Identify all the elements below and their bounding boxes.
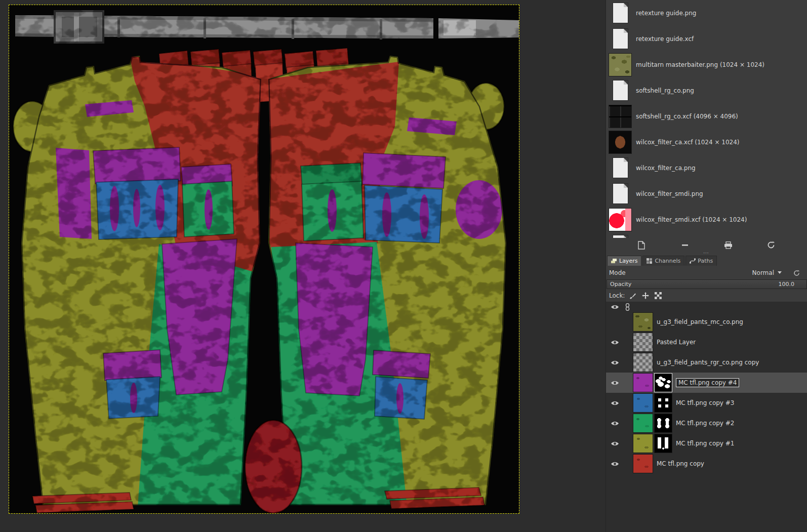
layer-thumbnail[interactable]: [633, 353, 653, 372]
eye-icon: [611, 360, 619, 365]
file-row[interactable]: wilcox_filter_smdi.png: [606, 181, 807, 207]
visibility-toggle[interactable]: [608, 461, 621, 467]
layer-name[interactable]: MC tfl.png copy #2: [676, 420, 734, 427]
visibility-toggle[interactable]: [608, 421, 621, 426]
layer-thumbnail[interactable]: [633, 414, 653, 432]
brown-thumbnail: [609, 131, 631, 153]
gimp-window: retexture guide.png retexture guide.xcf …: [0, 0, 807, 532]
crotch-gusset: [245, 420, 302, 513]
layer-name-edit[interactable]: MC tfl.png copy #4: [676, 378, 739, 387]
layer-row[interactable]: MC tfl.png copy #2: [606, 413, 807, 433]
eye-icon: [611, 400, 619, 406]
visibility-toggle[interactable]: [608, 380, 621, 386]
layer-row[interactable]: u_g3_field_pants_mc_co.png: [606, 312, 807, 332]
texture-image[interactable]: [9, 5, 519, 513]
opacity-value: 100.0: [779, 281, 804, 288]
file-row[interactable]: softshell_rg_co.xcf (4096 × 4096): [606, 103, 807, 129]
tab-layers[interactable]: Layers: [607, 256, 641, 266]
file-name: softshell_rg_co.png: [636, 87, 694, 94]
eye-icon: [611, 380, 619, 386]
file-row[interactable]: retexture guide.png: [606, 0, 807, 26]
layer-thumbnail[interactable]: [633, 434, 653, 453]
layer-row-selected[interactable]: MC tfl.png copy #4: [606, 373, 807, 393]
left-leg: [9, 51, 267, 511]
print-button[interactable]: [719, 239, 737, 251]
file-row-partial[interactable]: [606, 232, 807, 238]
tab-channels[interactable]: Channels: [642, 256, 684, 266]
mode-dropdown[interactable]: Normal: [750, 269, 784, 277]
layer-name[interactable]: Pasted Layer: [657, 339, 696, 346]
layer-name[interactable]: MC tfl.png copy #3: [676, 399, 734, 406]
refresh-preview-button[interactable]: [762, 239, 780, 251]
lock-row: Lock:: [606, 290, 666, 301]
layer-thumbnail[interactable]: [633, 455, 653, 473]
visibility-toggle[interactable]: [608, 304, 621, 310]
canvas-area[interactable]: [0, 0, 606, 532]
layer-row[interactable]: u_g3_field_pants_rgr_co.png copy: [606, 352, 807, 373]
opacity-label: Opacity: [610, 281, 631, 288]
file-name: wilcox_filter_ca.png: [636, 165, 696, 172]
file-row[interactable]: wilcox_filter_ca.png: [606, 155, 807, 181]
open-document-icon: [638, 241, 645, 250]
open-document-button[interactable]: [633, 239, 651, 251]
layer-name[interactable]: MC tfl.png copy #1: [676, 440, 734, 447]
file-name: wilcox_filter_ca.xcf (1024 × 1024): [636, 139, 740, 146]
mode-switch-icon: [793, 270, 800, 276]
layer-thumbnail[interactable]: [633, 313, 653, 331]
remove-entry-button[interactable]: [676, 239, 694, 251]
print-icon: [724, 241, 733, 249]
lock-pixels-button[interactable]: [628, 291, 637, 300]
layer-name[interactable]: u_g3_field_pants_rgr_co.png copy: [657, 359, 759, 366]
eye-icon: [611, 461, 619, 467]
pants-texture-svg: [9, 5, 519, 513]
file-name: multitarn masterbaiter.png (1024 × 1024): [636, 61, 764, 68]
link-toggle[interactable]: [621, 303, 633, 311]
visibility-toggle[interactable]: [608, 400, 621, 406]
page-icon: [613, 184, 628, 203]
layer-thumbnail[interactable]: [633, 333, 653, 351]
layer-row[interactable]: Pasted Layer: [606, 332, 807, 352]
chevron-down-icon: [778, 271, 782, 274]
visibility-toggle[interactable]: [608, 340, 621, 345]
tab-label: Paths: [698, 258, 713, 264]
layer-thumbnail[interactable]: [633, 374, 653, 392]
channels-icon: [647, 258, 653, 264]
layer-thumbnail[interactable]: [633, 394, 653, 412]
layer-row-partial[interactable]: [606, 302, 807, 312]
layer-row[interactable]: MC tfl.png copy: [606, 454, 807, 474]
visibility-toggle[interactable]: [608, 360, 621, 365]
mode-value: Normal: [752, 269, 774, 276]
layer-name[interactable]: MC tfl.png copy: [657, 460, 704, 467]
file-row[interactable]: softshell_rg_co.png: [606, 77, 807, 103]
visibility-toggle[interactable]: [608, 441, 621, 446]
layers-list: u_g3_field_pants_mc_co.png Pasted Layer …: [606, 302, 807, 532]
file-name: retexture guide.png: [636, 10, 696, 17]
layer-row[interactable]: MC tfl.png copy #1: [606, 433, 807, 454]
camo-thumbnail: [609, 54, 631, 76]
tab-paths[interactable]: Paths: [685, 256, 717, 266]
file-row[interactable]: wilcox_filter_ca.xcf (1024 × 1024): [606, 129, 807, 155]
eye-icon: [611, 304, 619, 310]
page-icon: [613, 158, 628, 178]
lock-label: Lock:: [609, 292, 625, 299]
page-icon: [613, 3, 628, 23]
layer-mask-thumbnail[interactable]: [655, 414, 672, 432]
mode-switch-button[interactable]: [792, 268, 801, 277]
layer-mask-thumbnail[interactable]: [655, 374, 672, 392]
layer-name[interactable]: u_g3_field_pants_mc_co.png: [657, 318, 743, 325]
file-name: retexture guide.xcf: [636, 35, 694, 43]
opacity-slider[interactable]: Opacity 100.0: [607, 279, 807, 289]
layer-mask-thumbnail[interactable]: [655, 434, 672, 453]
lock-position-button[interactable]: [641, 291, 650, 300]
checkerboard-icon: [655, 292, 662, 299]
layer-row[interactable]: MC tfl.png copy #3: [606, 393, 807, 413]
file-row[interactable]: wilcox_filter_smdi.xcf (1024 × 1024): [606, 207, 807, 232]
file-row[interactable]: multitarn masterbaiter.png (1024 × 1024): [606, 52, 807, 77]
lock-alpha-button[interactable]: [654, 291, 663, 300]
paintbrush-icon: [629, 292, 636, 299]
mode-row: Mode Normal: [606, 267, 807, 278]
layer-mask-thumbnail[interactable]: [655, 394, 672, 412]
file-row[interactable]: retexture guide.xcf: [606, 26, 807, 52]
remove-entry-icon: [681, 241, 689, 249]
chain-icon: [625, 303, 630, 311]
